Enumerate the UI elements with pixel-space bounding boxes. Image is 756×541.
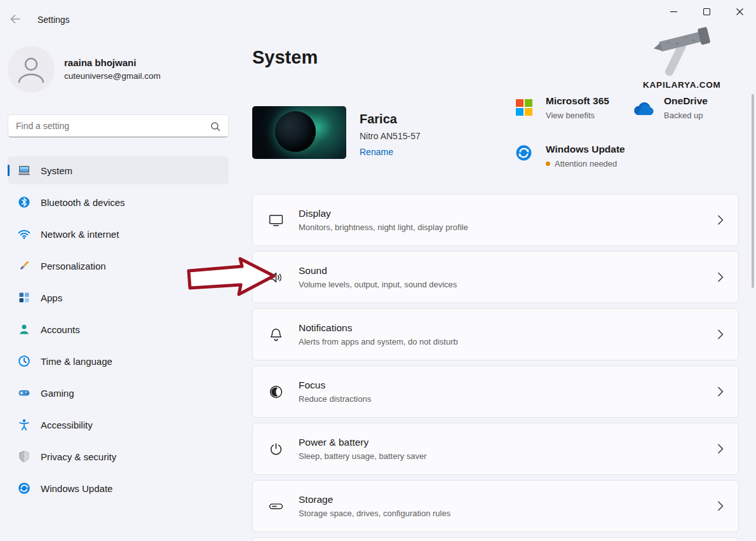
accessibility-person-icon: [18, 418, 30, 431]
wifi-icon: [18, 228, 30, 240]
ms-square-red: [516, 99, 523, 107]
bluetooth-icon: [18, 196, 30, 209]
settings-card-storage[interactable]: Storage Storage space, drives, configura…: [252, 480, 739, 532]
power-icon: [266, 441, 286, 457]
windows-update-subtitle: Attention needed: [555, 159, 617, 168]
sidebar-item-label: Accessibility: [41, 420, 93, 430]
card-subtitle: Alerts from apps and system, do not dist…: [299, 337, 458, 346]
card-subtitle: Sleep, battery usage, battery saver: [299, 451, 427, 461]
settings-card-power-battery[interactable]: Power & battery Sleep, battery usage, ba…: [252, 423, 739, 475]
sidebar-item-privacy-security[interactable]: Privacy & security: [8, 442, 229, 470]
card-subtitle: Monitors, brightness, night light, displ…: [299, 223, 468, 232]
windows-update-title: Windows Update: [546, 144, 625, 155]
sidebar-item-label: Bluetooth & devices: [41, 197, 125, 208]
sidebar-item-label: Windows Update: [41, 483, 112, 494]
user-email: cuteuniverse@gmail.com: [64, 71, 161, 81]
card-title: Storage: [299, 494, 450, 505]
microsoft-365-status[interactable]: Microsoft 365 View benefits: [546, 95, 609, 120]
sidebar-item-gaming[interactable]: Gaming: [8, 379, 229, 407]
chevron-right-icon: [717, 444, 724, 454]
settings-window: Settings raaina bhojwani cuteuniverse@gm…: [0, 0, 756, 541]
card-subtitle: Reduce distractions: [299, 394, 371, 404]
ms-square-yellow: [525, 108, 532, 116]
next-card-partial: [252, 537, 739, 541]
gamepad-icon: [18, 387, 30, 399]
onedrive-status[interactable]: OneDrive Backed up: [664, 95, 708, 120]
card-title: Focus: [299, 380, 371, 391]
settings-card-notifications[interactable]: Notifications Alerts from apps and syste…: [252, 308, 739, 360]
maximize-icon: [703, 8, 710, 17]
sidebar-item-label: Personalization: [41, 261, 106, 271]
planet-graphic: [275, 111, 316, 152]
windows-update-status-icon: [515, 144, 532, 161]
annotation-arrow: [186, 256, 276, 299]
onedrive-subtitle: Backed up: [664, 111, 708, 120]
sidebar-item-accessibility[interactable]: Accessibility: [8, 411, 229, 439]
storage-drive-icon: [266, 498, 286, 514]
card-title: Display: [299, 208, 468, 219]
settings-card-focus[interactable]: Focus Reduce distractions: [252, 366, 739, 418]
device-thumbnail: [252, 106, 346, 159]
hammer-icon: [649, 17, 720, 83]
sidebar-item-label: Apps: [41, 292, 62, 303]
settings-card-display[interactable]: Display Monitors, brightness, night ligh…: [252, 194, 739, 246]
windows-update-icon: [18, 482, 30, 495]
clock-icon: [18, 355, 30, 367]
sidebar-item-bluetooth-devices[interactable]: Bluetooth & devices: [8, 188, 229, 216]
attention-dot: [546, 161, 550, 166]
card-subtitle: Storage space, drives, configuration rul…: [299, 509, 450, 518]
window-title: Settings: [37, 15, 70, 25]
back-button[interactable]: [5, 10, 25, 29]
ms-square-green: [525, 99, 532, 107]
ms-square-blue: [516, 108, 523, 116]
microsoft-365-icon: [516, 99, 532, 116]
sidebar-item-system[interactable]: System: [8, 156, 229, 184]
device-name: Farica: [360, 112, 397, 127]
card-subtitle: Volume levels, output, input, sound devi…: [299, 280, 457, 289]
close-button[interactable]: [723, 0, 756, 24]
sidebar-item-label: Accounts: [41, 324, 80, 335]
search-box: [8, 114, 229, 137]
onedrive-cloud-icon: [633, 102, 656, 120]
sidebar-item-label: Gaming: [41, 388, 74, 399]
avatar[interactable]: [8, 46, 55, 93]
sidebar-item-label: Network & internet: [41, 229, 119, 240]
bell-icon: [266, 327, 286, 343]
watermark-text: KAPILARYA.COM: [643, 80, 721, 90]
settings-card-list: Display Monitors, brightness, night ligh…: [252, 194, 739, 537]
windows-update-status[interactable]: Windows Update Attention needed: [546, 144, 625, 168]
user-name: raaina bhojwani: [64, 57, 136, 68]
sidebar-item-accounts[interactable]: Accounts: [8, 315, 229, 343]
back-arrow-icon: [9, 13, 22, 27]
sidebar-item-label: Time & language: [41, 356, 112, 367]
chevron-right-icon: [717, 329, 724, 339]
search-input[interactable]: [8, 115, 228, 137]
minimize-icon: [670, 8, 677, 17]
onedrive-title: OneDrive: [664, 95, 708, 107]
page-title: System: [252, 47, 318, 68]
microsoft-365-title: Microsoft 365: [546, 95, 609, 107]
chevron-right-icon: [717, 215, 724, 225]
sidebar: System Bluetooth & devices Network & int…: [8, 156, 229, 506]
person-icon: [18, 323, 30, 336]
sidebar-item-time-language[interactable]: Time & language: [8, 347, 229, 375]
device-model: Nitro AN515-57: [360, 131, 421, 141]
apps-grid-icon: [18, 291, 30, 304]
focus-moon-icon: [266, 384, 286, 400]
microsoft-365-subtitle: View benefits: [546, 111, 609, 120]
scrollbar-thumb[interactable]: [752, 94, 754, 288]
rename-link[interactable]: Rename: [360, 147, 393, 157]
paintbrush-icon: [18, 259, 30, 272]
shield-icon: [18, 450, 30, 463]
card-title: Power & battery: [299, 437, 427, 448]
close-icon: [736, 8, 743, 17]
search-icon[interactable]: [210, 121, 220, 134]
chevron-right-icon: [717, 387, 724, 397]
sidebar-item-label: System: [41, 165, 72, 176]
settings-card-sound[interactable]: Sound Volume levels, output, input, soun…: [252, 251, 739, 303]
chevron-right-icon: [717, 501, 724, 511]
system-icon: [18, 164, 30, 177]
sidebar-item-windows-update[interactable]: Windows Update: [8, 474, 229, 502]
sidebar-item-network-internet[interactable]: Network & internet: [8, 220, 229, 248]
card-title: Sound: [299, 265, 457, 277]
